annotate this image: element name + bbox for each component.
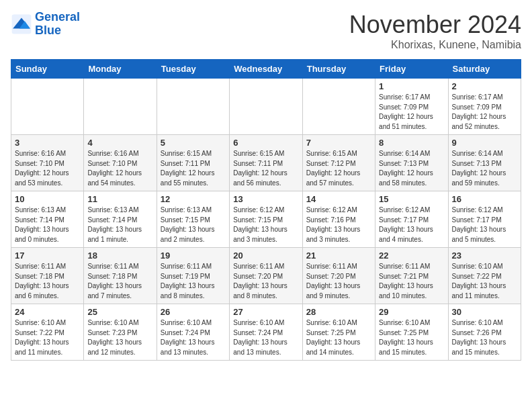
day-info: Sunrise: 6:16 AM Sunset: 7:10 PM Dayligh…: [15, 149, 80, 188]
day-number: 3: [15, 138, 80, 148]
day-cell: 26Sunrise: 6:10 AM Sunset: 7:24 PM Dayli…: [157, 304, 229, 361]
day-info: Sunrise: 6:11 AM Sunset: 7:20 PM Dayligh…: [233, 262, 298, 301]
header-cell-monday: Monday: [84, 60, 157, 79]
day-info: Sunrise: 6:13 AM Sunset: 7:14 PM Dayligh…: [15, 205, 80, 244]
day-info: Sunrise: 6:10 AM Sunset: 7:25 PM Dayligh…: [379, 318, 444, 357]
day-cell: 20Sunrise: 6:11 AM Sunset: 7:20 PM Dayli…: [230, 248, 302, 304]
day-info: Sunrise: 6:12 AM Sunset: 7:15 PM Dayligh…: [233, 205, 298, 244]
day-cell: [84, 79, 157, 135]
day-info: Sunrise: 6:10 AM Sunset: 7:24 PM Dayligh…: [233, 318, 298, 357]
day-number: 20: [233, 250, 298, 261]
day-number: 25: [87, 307, 152, 317]
day-cell: 6Sunrise: 6:15 AM Sunset: 7:11 PM Daylig…: [230, 135, 302, 191]
day-cell: 12Sunrise: 6:13 AM Sunset: 7:15 PM Dayli…: [157, 191, 229, 248]
day-cell: 16Sunrise: 6:12 AM Sunset: 7:17 PM Dayli…: [448, 191, 521, 248]
day-cell: [157, 79, 229, 135]
day-number: 13: [233, 194, 298, 204]
day-cell: 29Sunrise: 6:10 AM Sunset: 7:25 PM Dayli…: [375, 304, 448, 361]
day-cell: 2Sunrise: 6:17 AM Sunset: 7:09 PM Daylig…: [448, 79, 521, 135]
day-cell: 17Sunrise: 6:11 AM Sunset: 7:18 PM Dayli…: [11, 248, 84, 304]
day-info: Sunrise: 6:14 AM Sunset: 7:13 PM Dayligh…: [379, 149, 444, 188]
header-cell-tuesday: Tuesday: [157, 60, 229, 79]
day-number: 15: [379, 194, 444, 204]
day-cell: 7Sunrise: 6:15 AM Sunset: 7:12 PM Daylig…: [302, 135, 375, 191]
day-cell: 22Sunrise: 6:11 AM Sunset: 7:21 PM Dayli…: [375, 248, 448, 304]
week-row-2: 10Sunrise: 6:13 AM Sunset: 7:14 PM Dayli…: [11, 191, 521, 248]
day-cell: 23Sunrise: 6:10 AM Sunset: 7:22 PM Dayli…: [448, 248, 521, 304]
day-number: 6: [233, 138, 298, 148]
day-number: 9: [452, 138, 517, 148]
day-number: 23: [452, 250, 517, 261]
day-info: Sunrise: 6:11 AM Sunset: 7:18 PM Dayligh…: [87, 262, 152, 301]
header-cell-saturday: Saturday: [448, 60, 521, 79]
day-number: 7: [306, 138, 371, 148]
week-row-4: 24Sunrise: 6:10 AM Sunset: 7:22 PM Dayli…: [11, 304, 521, 361]
logo: General Blue: [11, 11, 80, 38]
day-info: Sunrise: 6:15 AM Sunset: 7:11 PM Dayligh…: [233, 149, 298, 188]
day-number: 8: [379, 138, 444, 148]
day-cell: 10Sunrise: 6:13 AM Sunset: 7:14 PM Dayli…: [11, 191, 84, 248]
day-number: 4: [87, 138, 152, 148]
day-info: Sunrise: 6:10 AM Sunset: 7:25 PM Dayligh…: [306, 318, 371, 357]
day-cell: 30Sunrise: 6:10 AM Sunset: 7:26 PM Dayli…: [448, 304, 521, 361]
header-row: SundayMondayTuesdayWednesdayThursdayFrid…: [11, 60, 521, 79]
day-number: 5: [161, 138, 226, 148]
day-cell: 24Sunrise: 6:10 AM Sunset: 7:22 PM Dayli…: [11, 304, 84, 361]
day-cell: 8Sunrise: 6:14 AM Sunset: 7:13 PM Daylig…: [375, 135, 448, 191]
day-number: 19: [161, 250, 226, 261]
day-cell: 5Sunrise: 6:15 AM Sunset: 7:11 PM Daylig…: [157, 135, 229, 191]
header-cell-friday: Friday: [375, 60, 448, 79]
location-subtitle: Khorixas, Kunene, Namibia: [349, 39, 521, 51]
day-info: Sunrise: 6:11 AM Sunset: 7:18 PM Dayligh…: [15, 262, 80, 301]
day-cell: 4Sunrise: 6:16 AM Sunset: 7:10 PM Daylig…: [84, 135, 157, 191]
day-cell: 19Sunrise: 6:11 AM Sunset: 7:19 PM Dayli…: [157, 248, 229, 304]
day-cell: 21Sunrise: 6:11 AM Sunset: 7:20 PM Dayli…: [302, 248, 375, 304]
title-area: November 2024 Khorixas, Kunene, Namibia: [349, 11, 521, 51]
day-info: Sunrise: 6:10 AM Sunset: 7:22 PM Dayligh…: [15, 318, 80, 357]
week-row-0: 1Sunrise: 6:17 AM Sunset: 7:09 PM Daylig…: [11, 79, 521, 135]
day-number: 17: [15, 250, 80, 261]
day-number: 28: [306, 307, 371, 317]
day-number: 14: [306, 194, 371, 204]
day-cell: 14Sunrise: 6:12 AM Sunset: 7:16 PM Dayli…: [302, 191, 375, 248]
day-cell: 25Sunrise: 6:10 AM Sunset: 7:23 PM Dayli…: [84, 304, 157, 361]
calendar-table: SundayMondayTuesdayWednesdayThursdayFrid…: [11, 59, 521, 361]
day-number: 27: [233, 307, 298, 317]
calendar-header: SundayMondayTuesdayWednesdayThursdayFrid…: [11, 60, 521, 79]
day-number: 18: [87, 250, 152, 261]
day-info: Sunrise: 6:16 AM Sunset: 7:10 PM Dayligh…: [87, 149, 152, 188]
day-cell: 9Sunrise: 6:14 AM Sunset: 7:13 PM Daylig…: [448, 135, 521, 191]
day-info: Sunrise: 6:12 AM Sunset: 7:17 PM Dayligh…: [379, 205, 444, 244]
day-number: 30: [452, 307, 517, 317]
day-info: Sunrise: 6:15 AM Sunset: 7:12 PM Dayligh…: [306, 149, 371, 188]
day-info: Sunrise: 6:14 AM Sunset: 7:13 PM Dayligh…: [452, 149, 517, 188]
day-number: 12: [161, 194, 226, 204]
day-number: 1: [379, 81, 444, 91]
day-info: Sunrise: 6:11 AM Sunset: 7:21 PM Dayligh…: [379, 262, 444, 301]
day-info: Sunrise: 6:10 AM Sunset: 7:24 PM Dayligh…: [161, 318, 226, 357]
header-cell-sunday: Sunday: [11, 60, 84, 79]
day-cell: 27Sunrise: 6:10 AM Sunset: 7:24 PM Dayli…: [230, 304, 302, 361]
day-cell: 11Sunrise: 6:13 AM Sunset: 7:14 PM Dayli…: [84, 191, 157, 248]
day-number: 22: [379, 250, 444, 261]
day-info: Sunrise: 6:11 AM Sunset: 7:19 PM Dayligh…: [161, 262, 226, 301]
day-cell: 1Sunrise: 6:17 AM Sunset: 7:09 PM Daylig…: [375, 79, 448, 135]
day-cell: [11, 79, 84, 135]
day-info: Sunrise: 6:17 AM Sunset: 7:09 PM Dayligh…: [379, 93, 444, 132]
header-cell-thursday: Thursday: [302, 60, 375, 79]
day-info: Sunrise: 6:12 AM Sunset: 7:16 PM Dayligh…: [306, 205, 371, 244]
logo-line2: Blue: [35, 24, 61, 37]
logo-icon: [11, 13, 32, 35]
day-info: Sunrise: 6:10 AM Sunset: 7:23 PM Dayligh…: [87, 318, 152, 357]
day-number: 10: [15, 194, 80, 204]
day-info: Sunrise: 6:17 AM Sunset: 7:09 PM Dayligh…: [452, 93, 517, 132]
day-info: Sunrise: 6:15 AM Sunset: 7:11 PM Dayligh…: [161, 149, 226, 188]
day-number: 11: [87, 194, 152, 204]
day-cell: 15Sunrise: 6:12 AM Sunset: 7:17 PM Dayli…: [375, 191, 448, 248]
week-row-1: 3Sunrise: 6:16 AM Sunset: 7:10 PM Daylig…: [11, 135, 521, 191]
day-info: Sunrise: 6:10 AM Sunset: 7:22 PM Dayligh…: [452, 262, 517, 301]
day-cell: 28Sunrise: 6:10 AM Sunset: 7:25 PM Dayli…: [302, 304, 375, 361]
day-info: Sunrise: 6:13 AM Sunset: 7:15 PM Dayligh…: [161, 205, 226, 244]
month-title: November 2024: [349, 11, 521, 39]
header-cell-wednesday: Wednesday: [230, 60, 302, 79]
